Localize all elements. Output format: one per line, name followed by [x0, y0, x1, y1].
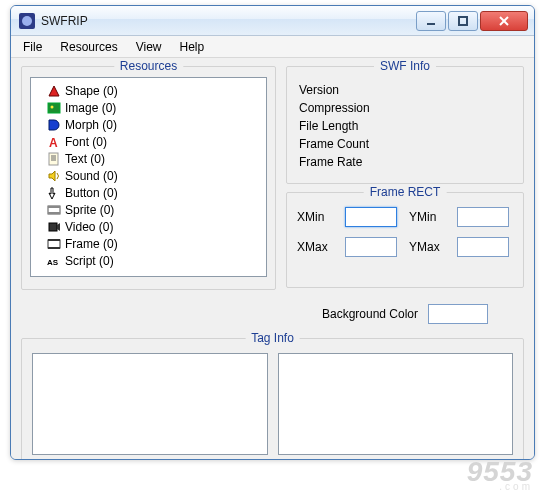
close-icon: [499, 16, 509, 26]
button-icon: [47, 186, 61, 200]
font-icon: A: [47, 135, 61, 149]
bgcolor-input[interactable]: [428, 304, 488, 324]
menubar: File Resources View Help: [11, 36, 534, 58]
morph-icon: [47, 118, 61, 132]
resources-tree[interactable]: Shape (0) Image (0) Morph (0): [30, 77, 267, 277]
video-icon: [47, 220, 61, 234]
watermark: 9553 .com: [467, 458, 533, 492]
image-icon: [47, 101, 61, 115]
tree-item-sprite[interactable]: Sprite (0): [35, 201, 262, 218]
tree-label: Sprite (0): [65, 203, 114, 217]
taginfo-legend: Tag Info: [245, 331, 300, 345]
tree-label: Button (0): [65, 186, 118, 200]
ymin-label: YMin: [409, 210, 449, 224]
maximize-icon: [458, 16, 468, 26]
minimize-icon: [426, 16, 436, 26]
tree-item-font[interactable]: A Font (0): [35, 133, 262, 150]
swfinfo-row: Version: [299, 81, 511, 99]
swfinfo-compression-label: Compression: [299, 101, 409, 115]
titlebar[interactable]: SWFRIP: [11, 6, 534, 36]
app-icon: [19, 13, 35, 29]
swfinfo-row: Frame Count: [299, 135, 511, 153]
tree-label: Sound (0): [65, 169, 118, 183]
tree-item-frame[interactable]: Frame (0): [35, 235, 262, 252]
svg-marker-4: [49, 86, 59, 96]
window-title: SWFRIP: [41, 14, 88, 28]
swfinfo-filelength-label: File Length: [299, 119, 409, 133]
bgcolor-row: Background Color: [286, 302, 524, 326]
script-icon: AS: [47, 254, 61, 268]
svg-rect-15: [48, 212, 60, 214]
svg-rect-1: [459, 17, 467, 25]
menu-help[interactable]: Help: [172, 38, 213, 56]
bgcolor-label: Background Color: [322, 307, 418, 321]
frame-icon: [47, 237, 61, 251]
resources-group: Resources Shape (0) Image (0): [21, 66, 276, 290]
tree-item-sound[interactable]: Sound (0): [35, 167, 262, 184]
tree-label: Script (0): [65, 254, 114, 268]
swfinfo-legend: SWF Info: [374, 59, 436, 73]
svg-rect-8: [49, 153, 58, 165]
tree-item-script[interactable]: AS Script (0): [35, 252, 262, 269]
swfinfo-group: SWF Info Version Compression File Length…: [286, 66, 524, 184]
framerect-group: Frame RECT XMin YMin XMax YMax: [286, 192, 524, 288]
client-area: Resources Shape (0) Image (0): [11, 58, 534, 460]
tree-item-button[interactable]: Button (0): [35, 184, 262, 201]
app-window: SWFRIP File Resources View Help Resource…: [10, 5, 535, 460]
xmax-label: XMax: [297, 240, 337, 254]
xmax-input[interactable]: [345, 237, 397, 257]
tree-label: Shape (0): [65, 84, 118, 98]
menu-file[interactable]: File: [15, 38, 50, 56]
svg-rect-5: [48, 103, 60, 113]
tree-label: Font (0): [65, 135, 107, 149]
text-icon: [47, 152, 61, 166]
xmin-input[interactable]: [345, 207, 397, 227]
resources-legend: Resources: [114, 59, 183, 73]
swfinfo-version-label: Version: [299, 83, 409, 97]
taginfo-left-pane[interactable]: [32, 353, 268, 455]
shape-icon: [47, 84, 61, 98]
swfinfo-row: Compression: [299, 99, 511, 117]
svg-point-6: [51, 105, 54, 108]
tree-label: Morph (0): [65, 118, 117, 132]
swfinfo-row: Frame Rate: [299, 153, 511, 171]
close-button[interactable]: [480, 11, 528, 31]
framerect-legend: Frame RECT: [364, 185, 447, 199]
tree-item-text[interactable]: Text (0): [35, 150, 262, 167]
tree-label: Frame (0): [65, 237, 118, 251]
ymax-input[interactable]: [457, 237, 509, 257]
tree-item-morph[interactable]: Morph (0): [35, 116, 262, 133]
tree-item-image[interactable]: Image (0): [35, 99, 262, 116]
svg-rect-16: [49, 223, 57, 231]
svg-marker-12: [49, 171, 55, 181]
minimize-button[interactable]: [416, 11, 446, 31]
svg-rect-14: [48, 206, 60, 208]
tree-item-shape[interactable]: Shape (0): [35, 82, 262, 99]
taginfo-group: Tag Info: [21, 338, 524, 460]
svg-rect-18: [48, 240, 60, 248]
ymin-input[interactable]: [457, 207, 509, 227]
maximize-button[interactable]: [448, 11, 478, 31]
svg-text:AS: AS: [47, 258, 59, 267]
tree-label: Video (0): [65, 220, 113, 234]
svg-text:A: A: [49, 136, 58, 149]
tree-item-video[interactable]: Video (0): [35, 218, 262, 235]
menu-view[interactable]: View: [128, 38, 170, 56]
sprite-icon: [47, 203, 61, 217]
tree-label: Text (0): [65, 152, 105, 166]
taginfo-right-pane[interactable]: [278, 353, 514, 455]
xmin-label: XMin: [297, 210, 337, 224]
swfinfo-framerate-label: Frame Rate: [299, 155, 409, 169]
menu-resources[interactable]: Resources: [52, 38, 125, 56]
ymax-label: YMax: [409, 240, 449, 254]
sound-icon: [47, 169, 61, 183]
swfinfo-framecount-label: Frame Count: [299, 137, 409, 151]
swfinfo-row: File Length: [299, 117, 511, 135]
tree-label: Image (0): [65, 101, 116, 115]
